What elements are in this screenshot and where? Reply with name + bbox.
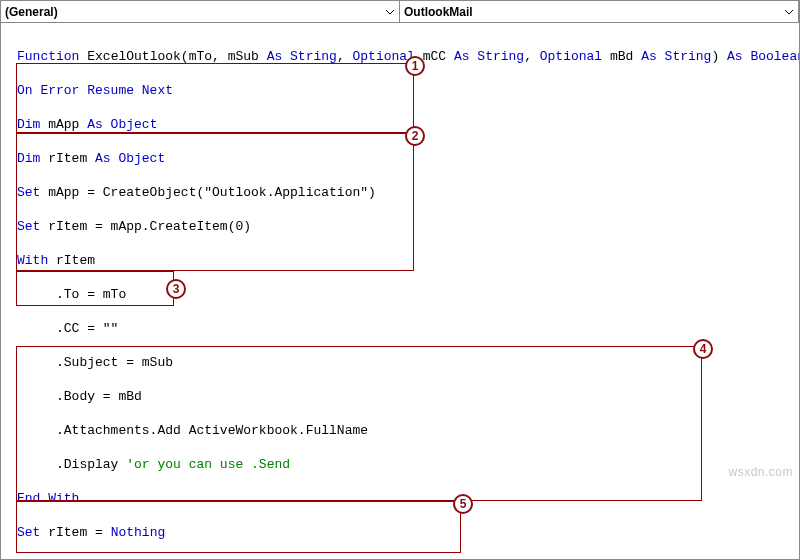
- combobox-row: (General) OutlookMail: [1, 1, 799, 23]
- code-line: .Display 'or you can use .Send: [17, 456, 799, 473]
- code-line: .CC = "": [17, 320, 799, 337]
- code-line: End With: [17, 490, 799, 507]
- code-line: .Body = mBd: [17, 388, 799, 405]
- chevron-down-icon: [385, 7, 395, 17]
- code-line: .Subject = mSub: [17, 354, 799, 371]
- code-line: On Error Resume Next: [17, 82, 799, 99]
- annotation-badge-5: 5: [453, 494, 473, 514]
- code-line: Set mApp = CreateObject("Outlook.Applica…: [17, 184, 799, 201]
- procedure-dropdown-value: OutlookMail: [404, 5, 473, 19]
- code-line: .Attachments.Add ActiveWorkbook.FullName: [17, 422, 799, 439]
- code-line: Set rItem = mApp.CreateItem(0): [17, 218, 799, 235]
- code-line: Set rItem = Nothing: [17, 524, 799, 541]
- code-line: With rItem: [17, 252, 799, 269]
- editor-window: (General) OutlookMail Function ExcelOutl…: [0, 0, 800, 560]
- procedure-dropdown[interactable]: OutlookMail: [400, 1, 799, 22]
- annotation-badge-2: 2: [405, 126, 425, 146]
- annotation-badge-3: 3: [166, 279, 186, 299]
- annotation-badge-4: 4: [693, 339, 713, 359]
- code-area[interactable]: Function ExcelOutlook(mTo, mSub As Strin…: [1, 23, 799, 560]
- object-dropdown-value: (General): [5, 5, 58, 19]
- code-line: Dim rItem As Object: [17, 150, 799, 167]
- chevron-down-icon: [784, 7, 794, 17]
- watermark-text: wsxdn.com: [728, 465, 793, 479]
- code-line: .To = mTo: [17, 286, 799, 303]
- object-dropdown[interactable]: (General): [1, 1, 400, 22]
- annotation-badge-1: 1: [405, 56, 425, 76]
